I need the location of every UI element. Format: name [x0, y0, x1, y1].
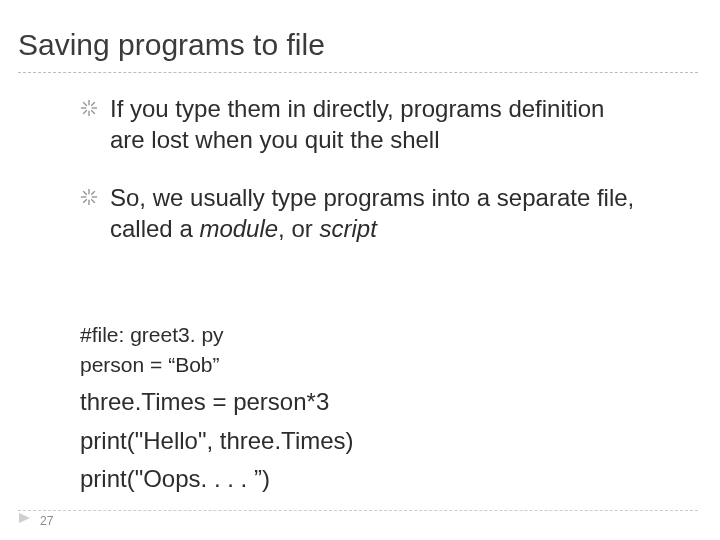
svg-line-13 — [91, 200, 95, 204]
svg-line-6 — [91, 102, 95, 106]
code-line: person = “Bob” — [80, 350, 640, 380]
svg-marker-16 — [19, 513, 30, 523]
footer-rule — [18, 510, 698, 511]
code-line: print("Hello", three.Times) — [80, 424, 640, 459]
bullet-list: If you type them in directly, programs d… — [80, 94, 640, 273]
svg-line-5 — [91, 110, 95, 114]
code-line: three.Times = person*3 — [80, 385, 640, 420]
triangle-icon — [18, 511, 32, 529]
list-item: So, we usually type programs into a sepa… — [80, 183, 640, 244]
page-number: 27 — [40, 514, 53, 528]
burst-icon — [80, 188, 100, 208]
svg-line-7 — [83, 110, 87, 114]
svg-line-4 — [83, 102, 87, 106]
svg-line-15 — [83, 200, 87, 204]
slide: Saving programs to file — [0, 0, 720, 540]
svg-line-14 — [91, 192, 95, 196]
code-line: print("Oops. . . . ”) — [80, 462, 640, 497]
code-block: #file: greet3. py person = “Bob” three.T… — [80, 320, 640, 497]
bullet-text-mid: , or — [278, 215, 319, 242]
svg-line-12 — [83, 192, 87, 196]
bullet-text-em: script — [319, 215, 376, 242]
slide-title: Saving programs to file — [18, 28, 325, 62]
bullet-text: So, we usually type programs into a sepa… — [110, 183, 640, 244]
title-underline — [18, 72, 698, 73]
bullet-text: If you type them in directly, programs d… — [110, 94, 640, 155]
bullet-text-em: module — [199, 215, 278, 242]
list-item: If you type them in directly, programs d… — [80, 94, 640, 155]
burst-icon — [80, 99, 100, 119]
code-line: #file: greet3. py — [80, 320, 640, 350]
